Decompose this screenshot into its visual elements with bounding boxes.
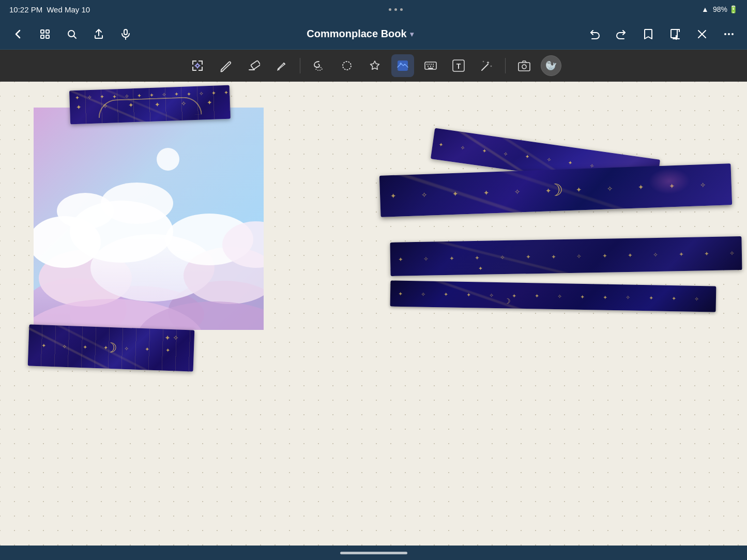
washi-tape-right-4: ✦ ✧ ✦ ✦ ✧ ✦ ✦ ✧ ✦ ✦ ✧ ✦ ✦ ✧ ☽ <box>390 281 716 312</box>
keyboard-tool[interactable] <box>419 54 442 77</box>
status-bar: 10:22 PM Wed May 10 ▲ 98% 🔋 <box>0 0 747 19</box>
smart-select-tool[interactable] <box>186 54 209 77</box>
pen-tool[interactable] <box>214 54 237 77</box>
text-tool[interactable]: T <box>447 54 470 77</box>
eraser-tool[interactable] <box>242 54 265 77</box>
wifi-icon: ▲ <box>702 5 709 13</box>
add-page-button[interactable] <box>666 26 684 42</box>
tools-bar: T 🦭 <box>0 50 747 82</box>
toolbar-center: Commonplace Book ▾ <box>307 28 413 40</box>
status-right: ▲ 98% 🔋 <box>702 5 738 13</box>
washi-arch-decoration <box>98 97 202 118</box>
document-title-area[interactable]: Commonplace Book ▾ <box>307 28 413 40</box>
marker-tool[interactable] <box>270 54 293 77</box>
svg-point-43 <box>101 183 173 224</box>
status-left: 10:22 PM Wed May 10 <box>9 5 90 14</box>
photo-library-tool[interactable]: 🦭 <box>541 55 561 76</box>
svg-point-29 <box>522 65 526 69</box>
moon-crescent-decoration: ☽ <box>105 340 117 356</box>
grid-button[interactable] <box>36 26 54 42</box>
time: 10:22 PM <box>9 5 42 14</box>
redo-button[interactable] <box>613 26 630 42</box>
toolbar: Commonplace Book ▾ <box>0 19 747 50</box>
home-indicator <box>0 546 747 560</box>
title-chevron-icon: ▾ <box>410 30 414 38</box>
more-button[interactable] <box>720 26 738 42</box>
svg-point-16 <box>400 63 402 65</box>
photo-element[interactable]: ✦ ✧ ✦ ✦ ✧ ✦ ✦ ✧ ✦ ✦ ✧ ✦ <box>34 108 264 330</box>
dot1 <box>389 8 391 11</box>
svg-point-8 <box>724 33 726 35</box>
washi-tape-photo-bottom: ✦ ✧ ✦ ✦ ✧ ✦ ✦ ☽ ✦ ✧ <box>28 324 195 371</box>
dot2 <box>394 8 397 11</box>
svg-point-14 <box>343 62 351 70</box>
svg-point-4 <box>68 31 74 37</box>
svg-point-31 <box>157 148 179 171</box>
tool-separator-2 <box>505 58 506 73</box>
document-title: Commonplace Book <box>307 28 406 40</box>
washi-4-moon: ☽ <box>504 297 511 305</box>
washi-2-moon: ☽ <box>548 180 563 201</box>
svg-rect-12 <box>251 60 260 69</box>
washi-tape-right-2: ✦ ✧ ✦ ✦ ✧ ✦ ✦ ✧ ✦ ✦ ✧ ✦ ✦ ✧ ☽ <box>379 163 732 217</box>
washi-tape-group-right: ✦ ✧ ✦ ✧ ✦ ✧ ✦ ✧ ✦ ✧ ✦ ✦ ✧ ✦ ✦ ✧ ✦ ✦ ✧ ✦ … <box>380 144 731 340</box>
home-bar <box>340 552 407 554</box>
camera-tool[interactable] <box>513 54 536 77</box>
battery-percent: 98% <box>713 5 727 13</box>
toolbar-left <box>9 26 134 42</box>
svg-rect-3 <box>46 35 49 38</box>
sticker-tool[interactable] <box>391 54 414 77</box>
wand-tool[interactable] <box>475 54 498 77</box>
star-decoration: ✦ ✧ <box>164 334 179 342</box>
svg-text:T: T <box>456 62 461 70</box>
status-center <box>389 8 403 11</box>
battery: 98% 🔋 <box>713 5 738 13</box>
shape-tool[interactable] <box>336 54 358 77</box>
svg-rect-28 <box>519 63 530 71</box>
canvas-area[interactable]: ✦ ✧ ✦ ✦ ✧ ✦ ✦ ✧ ✦ ✦ ✧ ✦ <box>0 82 747 546</box>
toolbar-right <box>586 26 738 42</box>
washi-tape-right-3: ✦ ✧ ✦ ✦ ✧ ✦ ✦ ✧ ✦ ✦ ✧ ✦ ✦ ✧ ✦ ✦ <box>390 236 742 276</box>
battery-icon: 🔋 <box>729 5 738 13</box>
microphone-button[interactable] <box>117 26 134 42</box>
washi-stars-text: ✦ ✧ ✦ ✦ ✧ ✦ ✦ ✧ ✦ ✦ ✧ ✦ <box>76 93 231 111</box>
washi-tape-photo-top: ✦ ✧ ✦ ✦ ✧ ✦ ✦ ✧ ✦ ✦ ✧ ✦ <box>69 85 231 125</box>
dot3 <box>400 8 403 11</box>
svg-rect-5 <box>124 29 127 35</box>
close-button[interactable] <box>693 26 711 42</box>
lasso-tool[interactable] <box>308 54 330 77</box>
washi-3-stars: ✦ ✧ ✦ ✦ ✧ ✦ ✦ ✧ ✦ ✦ ✧ ✦ ✦ ✧ ✦ <box>398 249 742 263</box>
washi-4-content: ✦ ✧ ✦ ✦ ✧ ✦ ✦ ✧ ✦ ✦ ✧ ✦ ✦ ✧ <box>390 281 716 312</box>
search-button[interactable] <box>63 26 81 42</box>
washi-3-small-star: ✦ <box>478 263 483 273</box>
pastel-cloud-image <box>34 108 264 330</box>
svg-rect-2 <box>41 35 44 38</box>
washi-right-1-stars: ✦ ✧ ✦ ✧ ✦ ✧ ✦ ✧ <box>438 141 602 171</box>
star-tool[interactable] <box>363 54 386 77</box>
svg-point-9 <box>728 33 730 35</box>
svg-rect-1 <box>46 30 49 33</box>
bookmark-button[interactable] <box>639 26 657 42</box>
svg-point-10 <box>731 33 734 35</box>
back-button[interactable] <box>9 26 27 42</box>
washi-bottom-stars: ✦ ✧ ✦ ✦ ✧ ✦ ✦ <box>41 342 178 354</box>
svg-rect-0 <box>41 30 44 33</box>
washi-3-content: ✦ ✧ ✦ ✦ ✧ ✦ ✦ ✧ ✦ ✦ ✧ ✦ ✦ ✧ ✦ <box>390 236 742 276</box>
date: Wed May 10 <box>47 5 90 14</box>
share-button[interactable] <box>90 26 108 42</box>
tool-separator-1 <box>300 58 300 73</box>
svg-point-13 <box>316 67 322 70</box>
undo-button[interactable] <box>586 26 603 42</box>
washi-4-stars: ✦ ✧ ✦ ✦ ✧ ✦ ✦ ✧ ✦ ✦ ✧ ✦ ✦ ✧ <box>398 290 707 302</box>
